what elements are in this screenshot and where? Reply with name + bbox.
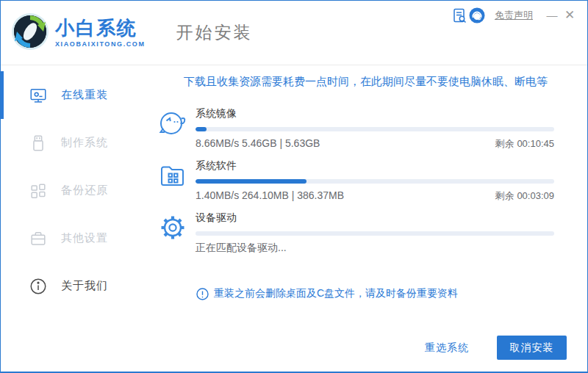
customer-service-icon[interactable] <box>468 7 486 23</box>
time-remaining: 剩余 00:10:45 <box>495 137 554 151</box>
task-row-system-image: 系统镜像 8.66MB/s 5.46GB | 5.63GB 剩余 00:10:4… <box>150 106 554 151</box>
progress-bar-device-driver <box>196 231 554 236</box>
footer-actions: 重选系统 取消安装 <box>425 336 567 360</box>
task-body: 系统镜像 8.66MB/s 5.46GB | 5.63GB 剩余 00:10:4… <box>196 106 554 151</box>
sidebar-item-online-reinstall[interactable]: 在线重装 <box>1 71 144 119</box>
progress-bar-system-image <box>196 127 554 131</box>
minimize-button[interactable]: — <box>543 7 561 23</box>
backup-warning-text: 重装之前会删除桌面及C盘文件，请及时备份重要资料 <box>214 287 458 300</box>
info-icon <box>29 277 48 296</box>
sidebar-item-backup-restore[interactable]: 备份还原 <box>1 167 144 214</box>
sync-logo-icon <box>11 12 49 54</box>
progress-fill <box>196 179 306 184</box>
download-speed-stats: 1.40MB/s 264.10MB | 386.37MB <box>196 189 344 201</box>
sidebar-item-label: 制作系统 <box>61 136 108 150</box>
reselect-system-button[interactable]: 重选系统 <box>425 341 469 355</box>
usb-drive-icon <box>29 134 48 153</box>
task-title: 系统软件 <box>196 159 554 173</box>
task-body: 系统软件 1.40MB/s 264.10MB | 386.37MB 剩余 00:… <box>196 158 554 203</box>
progress-bar-system-software <box>196 179 554 184</box>
task-list: 系统镜像 8.66MB/s 5.46GB | 5.63GB 剩余 00:10:4… <box>150 106 554 262</box>
app-window: 小白系统 XIAOBAIXITONG.COM 开始安装 <box>0 0 588 373</box>
sidebar-item-label: 备份还原 <box>61 184 108 198</box>
page-title: 开始安装 <box>176 21 253 44</box>
task-title: 系统镜像 <box>196 107 554 120</box>
task-row-system-software: 系统软件 1.40MB/s 264.10MB | 386.37MB 剩余 00:… <box>150 158 554 203</box>
time-remaining: 剩余 00:03:09 <box>495 189 554 203</box>
log-document-icon[interactable] <box>451 7 468 23</box>
sidebar: 在线重装 制作系统 备份还原 <box>1 66 144 370</box>
driver-matching-status: 正在匹配设备驱动... <box>196 242 287 255</box>
progress-fill <box>196 127 207 131</box>
briefcase-icon <box>29 229 48 248</box>
exclamation-circle-icon <box>196 288 209 300</box>
header-controls: 免责声明 — ✕ <box>451 7 578 23</box>
monitor-icon <box>29 86 48 105</box>
task-title: 设备驱动 <box>196 211 554 225</box>
sidebar-item-label: 其他设置 <box>61 231 108 245</box>
sidebar-item-label: 在线重装 <box>61 88 108 102</box>
task-stats: 8.66MB/s 5.46GB | 5.63GB 剩余 00:10:45 <box>196 137 554 151</box>
main-content: 下载且收集资源需要耗费一点时间，在此期间尽量不要使电脑休眠、断电等 系统镜像 <box>144 66 587 372</box>
brand-domain: XIAOBAIXITONG.COM <box>55 40 146 48</box>
sidebar-item-other-settings[interactable]: 其他设置 <box>1 214 144 262</box>
download-tip-text: 下载且收集资源需要耗费一点时间，在此期间尽量不要使电脑休眠、断电等 <box>144 75 587 89</box>
brand-name: 小白系统 <box>55 18 146 39</box>
close-button[interactable]: ✕ <box>561 7 578 23</box>
sidebar-item-about-us[interactable]: 关于我们 <box>1 262 144 310</box>
backup-warning: 重装之前会删除桌面及C盘文件，请及时备份重要资料 <box>196 287 458 300</box>
task-row-device-driver: 设备驱动 正在匹配设备驱动... <box>150 210 554 255</box>
gear-icon <box>150 210 196 255</box>
download-speed-stats: 8.66MB/s 5.46GB | 5.63GB <box>196 137 320 149</box>
sidebar-item-make-system[interactable]: 制作系统 <box>1 119 144 167</box>
header: 小白系统 XIAOBAIXITONG.COM 开始安装 <box>1 1 587 65</box>
folder-apps-icon <box>150 158 196 203</box>
task-body: 设备驱动 正在匹配设备驱动... <box>196 210 554 255</box>
sidebar-item-label: 关于我们 <box>61 279 108 293</box>
task-stats: 正在匹配设备驱动... <box>196 242 554 255</box>
cancel-install-button[interactable]: 取消安装 <box>497 336 567 360</box>
task-stats: 1.40MB/s 264.10MB | 386.37MB 剩余 00:03:09 <box>196 189 554 203</box>
brand-logo: 小白系统 XIAOBAIXITONG.COM <box>11 12 146 54</box>
blocks-icon <box>29 181 48 200</box>
mascot-face-icon <box>150 106 196 151</box>
brand-text: 小白系统 XIAOBAIXITONG.COM <box>55 18 146 48</box>
disclaimer-link[interactable]: 免责声明 <box>495 9 533 22</box>
